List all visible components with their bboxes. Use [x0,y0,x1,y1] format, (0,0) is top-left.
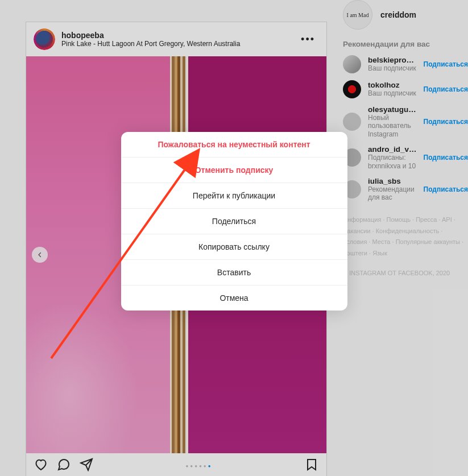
modal-overlay[interactable]: Пожаловаться на неуместный контент Отмен… [0,0,468,476]
dialog-goto-post-button[interactable]: Перейти к публикации [121,183,347,208]
dialog-cancel-button[interactable]: Отмена [121,285,347,311]
dialog-report-button[interactable]: Пожаловаться на неуместный контент [121,132,347,157]
dialog-unfollow-button[interactable]: Отменить подписку [121,157,347,183]
dialog-share-button[interactable]: Поделиться [121,208,347,234]
dialog-embed-button[interactable]: Вставить [121,259,347,285]
post-options-dialog: Пожаловаться на неуместный контент Отмен… [121,132,347,311]
dialog-copy-link-button[interactable]: Копировать ссылку [121,234,347,259]
